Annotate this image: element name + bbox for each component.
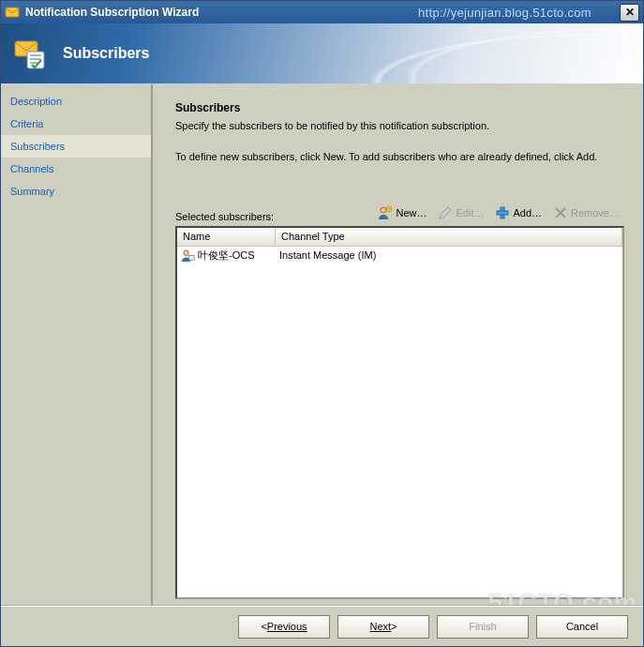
remove-label: Remove… [571,207,620,218]
next-button[interactable]: Next > [337,615,429,639]
watermark-url: http://yejunjian.blog.51cto.com [418,6,592,20]
wizard-window: Notification Subscription Wizard http://… [0,0,644,647]
edit-label: Edit… [456,207,484,218]
page-help: To define new subscribers, click New. To… [175,150,624,164]
svg-rect-11 [497,211,508,215]
edit-button: Edit… [433,202,488,224]
plus-icon [495,205,510,220]
add-button[interactable]: Add… [490,202,547,224]
table-row[interactable]: 叶俊坚-OCS Instant Message (IM) [177,247,622,263]
grid-wrap: Name Channel Type 叶俊坚-OCS Instant Messag [175,226,624,599]
banner-title: Subscribers [63,45,149,62]
svg-point-6 [381,207,386,213]
cell-name-text: 叶俊坚-OCS [198,248,255,263]
nav-item-description[interactable]: Description [1,90,151,113]
cancel-button[interactable]: Cancel [536,615,628,639]
finish-label: Finish [469,621,496,632]
new-label: New… [396,207,427,218]
banner-decoration [290,23,643,83]
toolbar-row: Selected subscribers: New… Edit… [175,202,624,224]
finish-button: Finish [437,615,529,639]
nav-item-summary[interactable]: Summary [1,180,151,203]
grid-body: 叶俊坚-OCS Instant Message (IM) [177,247,622,597]
previous-button[interactable]: < Previous [238,615,330,639]
close-button[interactable]: ✕ [620,4,639,22]
col-name[interactable]: Name [177,228,276,246]
svg-rect-0 [6,8,19,17]
nav-item-criteria[interactable]: Criteria [1,113,151,135]
pencil-icon [438,205,453,220]
nav-item-subscribers[interactable]: Subscribers [1,135,151,158]
add-label: Add… [513,207,542,218]
new-button[interactable]: New… [373,202,431,224]
titlebar: Notification Subscription Wizard http://… [1,1,643,23]
footer: < Previous Next > Finish Cancel [1,605,643,646]
grid-header: Name Channel Type [177,228,622,247]
page-heading: Subscribers [175,101,624,114]
user-icon [181,248,195,263]
body: Description Criteria Subscribers Channel… [1,84,643,607]
banner-icon [12,35,50,72]
previous-label: Previous [267,621,307,632]
window-title: Notification Subscription Wizard [25,6,199,19]
app-icon [5,5,20,20]
next-label: Next [369,621,391,632]
content: Subscribers Specify the subscribers to b… [153,84,643,607]
table-label: Selected subscribers: [175,211,274,224]
subscribers-grid[interactable]: Name Channel Type 叶俊坚-OCS Instant Messag [175,226,624,599]
remove-button: Remove… [548,202,624,224]
new-user-icon [378,205,393,220]
toolbar: New… Edit… Add… [373,202,624,224]
page-description: Specify the subscribers to be notified b… [175,120,624,131]
nav-item-channels[interactable]: Channels [1,158,151,180]
cancel-label: Cancel [566,621,598,632]
svg-point-14 [184,250,189,256]
cell-name: 叶俊坚-OCS [177,248,276,263]
nav: Description Criteria Subscribers Channel… [1,84,153,607]
banner: Subscribers [1,23,643,83]
col-channel-type[interactable]: Channel Type [276,228,622,246]
cell-channel-type: Instant Message (IM) [276,248,622,262]
svg-rect-15 [188,255,194,260]
x-icon [553,205,568,220]
